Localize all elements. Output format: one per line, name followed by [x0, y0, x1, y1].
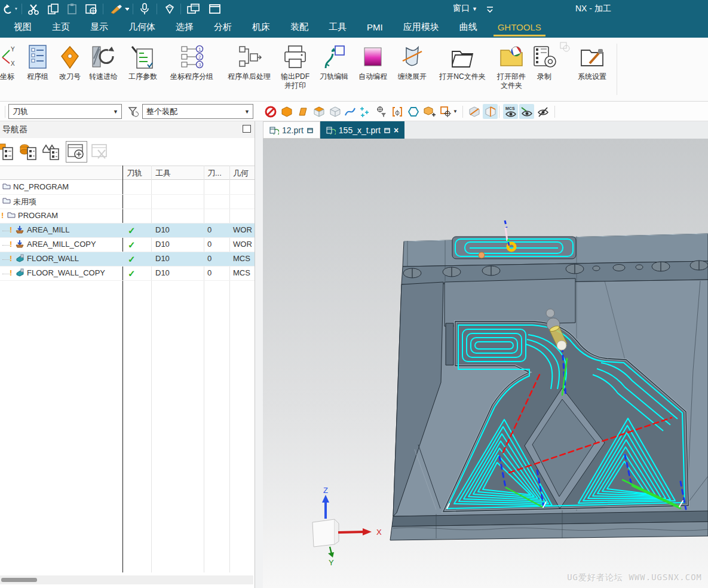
mcs-visibility-icon[interactable]: MCS: [503, 104, 518, 119]
brush-icon[interactable]: [109, 2, 129, 16]
area-mill-icon: [16, 225, 24, 235]
paste-icon[interactable]: [66, 2, 79, 16]
folder-icon: [2, 197, 11, 206]
cut-icon[interactable]: [27, 2, 41, 16]
tab-select[interactable]: 选择: [165, 18, 204, 38]
table-row[interactable]: 未用项: [0, 195, 255, 209]
ribbon-item-toolpath-edit[interactable]: 刀轨编辑: [315, 42, 353, 81]
toolpath-visibility-icon[interactable]: [519, 104, 534, 119]
tab-curve[interactable]: 曲线: [449, 18, 488, 38]
svg-text:MCS: MCS: [505, 106, 515, 111]
tab-assembly[interactable]: 装配: [280, 18, 318, 38]
ribbon-collapse-icon[interactable]: [485, 2, 495, 16]
machine-tool-view-icon[interactable]: [18, 141, 39, 163]
warning-icon: !: [10, 240, 12, 249]
tab-home[interactable]: 主页: [42, 18, 80, 38]
tab-pmi[interactable]: PMI: [357, 19, 393, 37]
toolpath-edit-icon: [315, 42, 353, 72]
table-row[interactable]: ! AREA_MILL ✓ D10 0 WOR: [0, 223, 255, 238]
ribbon-item-open-part-folder[interactable]: 打开部件 文件夹: [492, 42, 531, 90]
general-body-icon[interactable]: [327, 104, 342, 119]
ribbon-item-record[interactable]: 录制: [532, 42, 557, 81]
operation-params-icon: [123, 42, 163, 72]
selection-type-filter[interactable]: 刀轨▼: [8, 104, 122, 119]
locate-icon[interactable]: [85, 2, 99, 16]
ribbon-item-wrap-unwrap[interactable]: 缠绕展开: [393, 42, 431, 81]
cascade-windows-icon[interactable]: [186, 2, 202, 16]
ribbon-item-auto-programming[interactable]: 自动编程: [354, 42, 392, 81]
no-selection-filter-icon[interactable]: [263, 104, 278, 119]
tab-display[interactable]: 显示: [80, 18, 118, 38]
grid-header[interactable]: 刀轨 工具 刀... 几何: [0, 166, 255, 180]
ribbon-item-speed-feed[interactable]: 转速进给: [85, 42, 122, 81]
table-row[interactable]: ! AREA_MILL_COPY ✓ D10 0 WOR: [0, 238, 255, 252]
tab-ghtools[interactable]: GHTOOLS: [488, 19, 551, 37]
tab-geometry[interactable]: 几何体: [118, 18, 165, 38]
snap-filter-reset-icon[interactable]: [125, 104, 140, 119]
gem-icon[interactable]: [163, 2, 177, 16]
tab-machine[interactable]: 机床: [242, 18, 280, 38]
part-icon: [269, 126, 279, 134]
eye-slash-icon[interactable]: [535, 104, 550, 119]
point-icon[interactable]: [357, 104, 372, 119]
body-face-icon[interactable]: [311, 104, 326, 119]
file-tab-155xt-prt[interactable]: 155_x_t.prt ×: [320, 121, 404, 139]
undo-icon[interactable]: [1, 2, 19, 16]
table-row[interactable]: NC_PROGRAM: [0, 180, 255, 195]
cube-section-icon[interactable]: [483, 104, 498, 119]
ribbon-item-output-pdf-print[interactable]: 输出PDF 并打印: [277, 42, 313, 90]
triad-y-label: Y: [329, 558, 334, 567]
ribbon-item-work-coordinate[interactable]: YX 工坐标: [0, 42, 19, 81]
part-file-tabs: 12.prt 155_x_t.prt ×: [263, 121, 708, 139]
open-nc-folder-icon: [434, 42, 491, 72]
cube-slash-icon[interactable]: [467, 104, 482, 119]
restore-window-icon[interactable]: [384, 127, 391, 134]
scrollbar-thumb[interactable]: [1, 578, 37, 582]
ribbon-item-open-nc-folder[interactable]: 打开NC文件夹: [434, 42, 491, 81]
snap-point-icon[interactable]: [373, 104, 388, 119]
file-tab-12prt[interactable]: 12.prt: [263, 121, 320, 139]
restore-window-icon[interactable]: [307, 127, 314, 134]
ribbon-item-operation-params[interactable]: 工序参数: [123, 42, 163, 81]
open-part-folder-icon: [492, 42, 531, 72]
solid-body-icon[interactable]: [279, 104, 294, 119]
tab-view[interactable]: 视图: [4, 18, 42, 38]
ribbon-item-program-sheet-postprocess[interactable]: 程序单后处理: [221, 42, 277, 81]
table-row[interactable]: ! FLOOR_WALL_COPY ✓ D10 0 MCS: [0, 267, 255, 281]
column-tool-number: 刀...: [207, 168, 222, 179]
cube-plus-icon[interactable]: [422, 104, 437, 119]
system-settings-icon: [572, 42, 612, 72]
warning-icon: !: [10, 254, 12, 263]
program-order-view-icon[interactable]: [0, 141, 18, 163]
curve-icon[interactable]: [342, 104, 357, 119]
copy-icon[interactable]: [47, 2, 60, 16]
ribbon-item-system-settings[interactable]: 系统设置: [572, 42, 612, 81]
face-icon[interactable]: [295, 104, 310, 119]
table-row[interactable]: ! FLOOR_WALL ✓ D10 0 MCS: [0, 252, 255, 267]
table-row[interactable]: ! PROGRAM: [0, 209, 255, 223]
tab-tools[interactable]: 工具: [318, 18, 357, 38]
geometry-view-icon[interactable]: [41, 141, 62, 163]
maximize-window-icon[interactable]: [208, 2, 222, 16]
horizontal-scrollbar[interactable]: [0, 575, 253, 584]
tab-application-modules[interactable]: 应用模块: [393, 18, 449, 38]
box-target-dropdown[interactable]: ▼: [451, 104, 459, 119]
window-menu[interactable]: 窗口 ▼: [453, 3, 477, 14]
panel-divider[interactable]: [255, 121, 263, 588]
close-icon[interactable]: ×: [394, 125, 399, 135]
cad-scene: Z X Y: [263, 139, 708, 588]
float-panel-icon[interactable]: [243, 125, 251, 133]
start-point-marker: [479, 252, 485, 258]
ribbon-item-coordinate-program-group[interactable]: 123 坐标程序分组: [165, 42, 219, 81]
polygon-select-icon[interactable]: [406, 104, 421, 119]
new-window-icon[interactable]: [66, 141, 87, 163]
region-select-icon[interactable]: [390, 104, 404, 119]
triad-z-label: Z: [323, 486, 328, 495]
ribbon-item-change-tool-number[interactable]: 改刀号: [55, 42, 85, 81]
viewport-3d[interactable]: Z X Y UG爱好者论坛 WWW.UGSNX.COM: [263, 139, 708, 588]
close-window-icon[interactable]: [90, 141, 111, 163]
tab-analysis[interactable]: 分析: [204, 18, 242, 38]
selection-scope[interactable]: 整个装配▼: [142, 104, 253, 119]
microphone-icon[interactable]: [139, 2, 151, 16]
ribbon-item-program-group[interactable]: 程序组: [20, 42, 55, 81]
